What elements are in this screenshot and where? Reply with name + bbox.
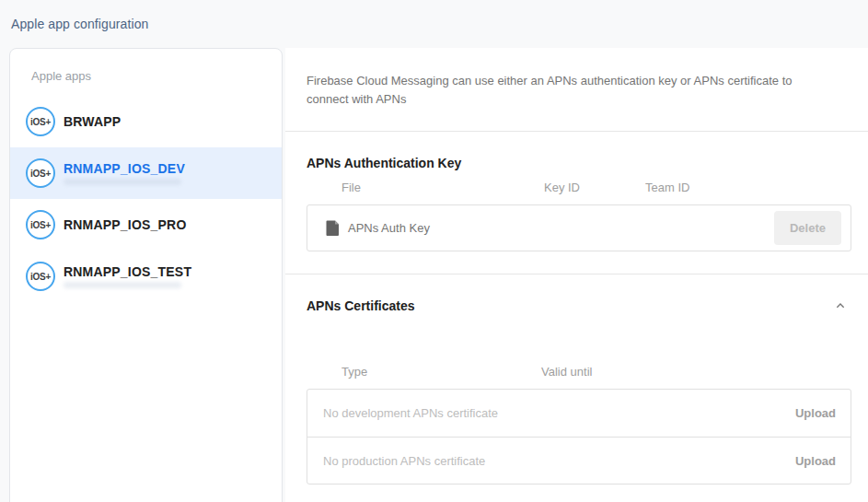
chevron-up-icon[interactable] (829, 295, 851, 317)
upload-production-button[interactable]: Upload (795, 454, 836, 468)
redacted-bundle-id (64, 282, 181, 288)
ios-app-icon: iOS+ (26, 210, 55, 239)
auth-key-file-name: APNs Auth Key (348, 221, 430, 235)
app-item-label: RNMAPP_IOS_TEST (64, 264, 191, 279)
column-header-type: Type (341, 365, 367, 379)
delete-button[interactable]: Delete (774, 211, 841, 245)
apple-apps-sidebar: Apple apps iOS+ BRWAPP iOS+ RNMAPP_IOS_D… (9, 48, 283, 502)
file-icon (326, 220, 340, 236)
ios-app-icon: iOS+ (26, 262, 55, 291)
apns-certificates-section: APNs Certificates Type Valid until No de… (285, 274, 868, 484)
certificates-column-headers: Type Valid until (307, 365, 851, 380)
certificates-table: No development APNs certificate Upload N… (307, 389, 851, 484)
app-item-label: RNMAPP_IOS_PRO (64, 217, 187, 232)
apns-config-panel: Firebase Cloud Messaging can use either … (285, 48, 868, 502)
ios-app-icon: iOS+ (26, 107, 55, 136)
sidebar-item-rnmapp-ios-dev[interactable]: iOS+ RNMAPP_IOS_DEV (10, 147, 282, 199)
app-item-label: BRWAPP (64, 114, 121, 129)
apns-description: Firebase Cloud Messaging can use either … (285, 48, 868, 109)
redacted-bundle-id (64, 179, 181, 185)
sidebar-section-label: Apple apps (10, 49, 282, 96)
page-header: Apple app configuration (0, 0, 868, 48)
auth-key-column-headers: File Key ID Team ID (307, 181, 851, 196)
app-item-label: RNMAPP_IOS_DEV (64, 161, 185, 176)
sidebar-item-brwapp[interactable]: iOS+ BRWAPP (10, 96, 282, 147)
page-title: Apple app configuration (11, 17, 148, 31)
auth-key-file-cell: APNs Auth Key (326, 220, 774, 236)
production-certificate-row: No production APNs certificate Upload (307, 437, 851, 484)
column-header-file: File (341, 181, 361, 194)
certificate-row-text: No production APNs certificate (323, 454, 485, 468)
development-certificate-row: No development APNs certificate Upload (307, 390, 851, 437)
column-header-team-id: Team ID (645, 181, 689, 194)
upload-development-button[interactable]: Upload (795, 406, 836, 420)
certificate-row-text: No development APNs certificate (323, 406, 498, 420)
auth-key-heading: APNs Authentication Key (307, 132, 851, 170)
ios-app-icon: iOS+ (26, 158, 55, 188)
column-header-valid-until: Valid until (541, 365, 592, 379)
certificates-heading: APNs Certificates (307, 274, 851, 313)
sidebar-item-rnmapp-ios-pro[interactable]: iOS+ RNMAPP_IOS_PRO (10, 199, 282, 251)
apns-auth-key-section: APNs Authentication Key File Key ID Team… (285, 132, 868, 251)
column-header-key-id: Key ID (544, 181, 580, 194)
auth-key-row: APNs Auth Key Delete (307, 204, 851, 251)
sidebar-item-rnmapp-ios-test[interactable]: iOS+ RNMAPP_IOS_TEST (10, 251, 282, 302)
